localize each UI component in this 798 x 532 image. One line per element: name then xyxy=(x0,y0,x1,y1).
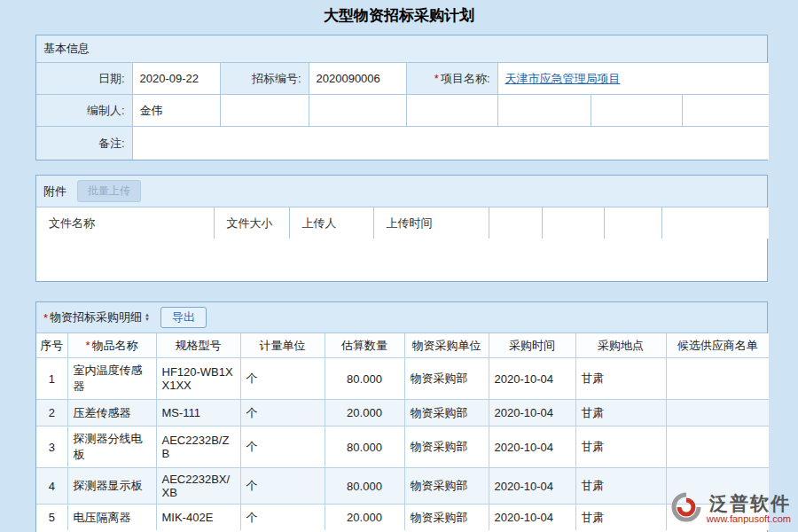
project-label: 项目名称: xyxy=(441,72,490,85)
preparer-label: 编制人: xyxy=(36,95,132,127)
detail-cell: 20.000 xyxy=(325,505,404,531)
attach-col-header xyxy=(604,207,661,239)
detail-table: 序号*物品名称规格型号计量单位估算数量物资采购单位采购时间采购地点候选供应商名单… xyxy=(36,333,769,530)
detail-cell: MIK-402E xyxy=(156,505,240,531)
attachments-section: 附件 批量上传 文件名称文件大小上传人上传时间 xyxy=(35,175,768,282)
detail-col-header: 计量单位 xyxy=(240,333,325,358)
remark-label: 备注: xyxy=(36,127,132,160)
detail-cell: 甘肃 xyxy=(575,358,666,400)
date-label: 日期: xyxy=(36,63,132,95)
sort-icon[interactable]: ▲▼ xyxy=(145,313,150,322)
detail-cell: 甘肃 xyxy=(575,426,666,468)
attach-col-header: 文件大小 xyxy=(214,207,289,239)
attachments-header: 附件 批量上传 xyxy=(36,176,767,207)
detail-cell: AEC2232BX/XB xyxy=(156,468,240,505)
brand-text: 泛普软件 www.fanpusoft.com xyxy=(707,494,791,524)
detail-cell: 电压隔离器 xyxy=(67,505,156,531)
detail-header-row: 序号*物品名称规格型号计量单位估算数量物资采购单位采购时间采购地点候选供应商名单 xyxy=(36,333,769,358)
required-asterisk: * xyxy=(434,72,439,85)
table-row: 5电压隔离器MIK-402E个20.000物资采购部2020-10-04甘肃 xyxy=(36,505,769,531)
basic-info-section: 基本信息 日期: 2020-09-22 招标编号: 2020090006 *项目… xyxy=(35,35,768,160)
attachments-title: 附件 xyxy=(43,184,66,200)
detail-cell xyxy=(666,358,769,400)
required-asterisk: * xyxy=(43,311,48,325)
detail-cell xyxy=(666,400,769,426)
bid-no-value: 2020090006 xyxy=(309,63,406,95)
project-link[interactable]: 天津市应急管理局项目 xyxy=(505,72,621,85)
brand-logo: 泛普软件 www.fanpusoft.com xyxy=(671,492,791,525)
basic-info-title: 基本信息 xyxy=(43,41,90,57)
batch-upload-button[interactable]: 批量上传 xyxy=(77,180,141,202)
detail-cell: 压差传感器 xyxy=(67,400,156,426)
table-row: 1室内温度传感器HF120-WB1XX1XX个80.000物资采购部2020-1… xyxy=(36,358,769,400)
project-value-cell: 天津市应急管理局项目 xyxy=(497,63,769,95)
detail-cell xyxy=(666,426,769,468)
detail-cell: 个 xyxy=(240,400,325,426)
detail-cell: 物资采购部 xyxy=(404,426,489,468)
detail-cell: 4 xyxy=(36,468,67,505)
fanpu-logo-icon xyxy=(671,492,701,525)
table-row: 3探测器分线电板AEC2232B/ZB个80.000物资采购部2020-10-0… xyxy=(36,426,769,468)
empty-cell xyxy=(309,95,406,127)
basic-info-header: 基本信息 xyxy=(36,35,767,63)
detail-section: * 物资招标采购明细 ▲▼ 导出 序号*物品名称规格型号计量单位估算数量物资采购… xyxy=(35,301,768,532)
detail-cell: 个 xyxy=(240,468,325,505)
detail-cell: HF120-WB1XX1XX xyxy=(156,358,240,400)
table-row: 4探测器显示板AEC2232BX/XB个80.000物资采购部2020-10-0… xyxy=(36,468,769,505)
empty-cell xyxy=(220,95,309,127)
detail-cell: 80.000 xyxy=(325,426,404,468)
detail-cell: 2020-10-04 xyxy=(489,400,575,426)
detail-header: * 物资招标采购明细 ▲▼ 导出 xyxy=(36,302,767,333)
date-value: 2020-09-22 xyxy=(132,63,220,95)
detail-col-header: 规格型号 xyxy=(156,333,240,358)
detail-cell: 2020-10-04 xyxy=(489,468,575,505)
attach-col-header xyxy=(661,207,769,239)
required-asterisk: * xyxy=(85,339,90,352)
empty-cell xyxy=(682,95,769,127)
detail-col-header: 估算数量 xyxy=(325,333,404,358)
attach-col-header: 文件名称 xyxy=(36,207,214,239)
attach-col-header xyxy=(489,207,542,239)
attachments-table: 文件名称文件大小上传人上传时间 xyxy=(36,207,769,239)
detail-cell: AEC2232B/ZB xyxy=(156,426,240,468)
detail-cell: 20.000 xyxy=(325,400,404,426)
detail-col-header: *物品名称 xyxy=(67,333,156,358)
detail-cell: 1 xyxy=(36,358,67,400)
detail-cell: 探测器分线电板 xyxy=(67,426,156,468)
detail-cell: 物资采购部 xyxy=(404,358,489,400)
attachments-empty-area xyxy=(36,239,767,281)
detail-cell: 2020-10-04 xyxy=(489,358,575,400)
detail-cell: MS-111 xyxy=(156,400,240,426)
project-label-cell: *项目名称: xyxy=(406,63,497,95)
detail-col-header: 采购时间 xyxy=(489,333,575,358)
table-row: 2压差传感器MS-111个20.000物资采购部2020-10-04甘肃 xyxy=(36,400,769,426)
attach-col-header: 上传时间 xyxy=(373,207,489,239)
detail-cell: 2020-10-04 xyxy=(489,505,575,531)
detail-cell: 2020-10-04 xyxy=(489,426,575,468)
basic-info-table: 日期: 2020-09-22 招标编号: 2020090006 *项目名称: 天… xyxy=(36,63,769,160)
detail-cell: 甘肃 xyxy=(575,400,666,426)
detail-col-header: 候选供应商名单 xyxy=(666,333,769,358)
detail-cell: 探测器显示板 xyxy=(67,468,156,505)
detail-cell: 个 xyxy=(240,505,325,531)
empty-cell xyxy=(406,95,497,127)
bid-no-label: 招标编号: xyxy=(220,63,309,95)
empty-cell xyxy=(591,95,682,127)
export-button[interactable]: 导出 xyxy=(160,307,207,328)
detail-cell: 室内温度传感器 xyxy=(67,358,156,400)
detail-title: 物资招标采购明细 xyxy=(50,309,142,325)
detail-cell: 个 xyxy=(240,426,325,468)
detail-cell: 甘肃 xyxy=(575,468,666,505)
detail-cell: 3 xyxy=(36,426,67,468)
detail-cell: 物资采购部 xyxy=(404,505,489,531)
detail-col-header: 采购地点 xyxy=(575,333,666,358)
detail-cell: 物资采购部 xyxy=(404,468,489,505)
detail-col-header: 物资采购单位 xyxy=(404,333,489,358)
preparer-value: 金伟 xyxy=(132,95,220,127)
detail-cell: 80.000 xyxy=(325,468,404,505)
detail-cell: 甘肃 xyxy=(575,505,666,531)
detail-cell: 2 xyxy=(36,400,67,426)
attach-col-header: 上传人 xyxy=(289,207,373,239)
detail-cell: 物资采购部 xyxy=(404,400,489,426)
attach-header-row: 文件名称文件大小上传人上传时间 xyxy=(36,207,769,239)
